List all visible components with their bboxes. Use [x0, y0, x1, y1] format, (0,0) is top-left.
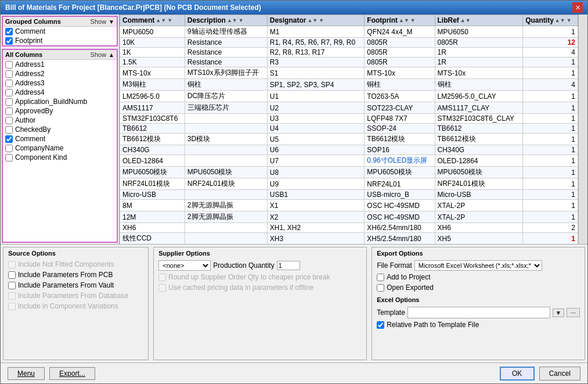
template-dropdown-btn[interactable]: ▼	[553, 308, 564, 317]
table-row[interactable]: 线性CCDXH3XH5/2.54mm/180XH51	[120, 233, 578, 245]
grouped-columns-arrow[interactable]: ▼	[109, 19, 114, 25]
bom-table-panel[interactable]: Comment ▲▼ ▼ Description ▲▼ ▼	[120, 15, 578, 244]
template-row: Template ▼ ···	[377, 307, 580, 318]
sort-footprint[interactable]: ▲▼	[399, 17, 409, 23]
grouped-column-comment-checkbox[interactable]	[5, 28, 13, 35]
all-col-address3-checkbox[interactable]	[5, 80, 13, 87]
grouped-column-footprint-checkbox[interactable]	[5, 37, 13, 45]
use-cached-checkbox[interactable]	[158, 284, 166, 292]
main-content: Grouped Columns Show ▼ Comment Footprint	[1, 15, 587, 244]
sort-quantity[interactable]: ▲▼	[555, 17, 565, 23]
all-col-author[interactable]: Author	[3, 116, 117, 125]
all-col-company-name-checkbox[interactable]	[5, 145, 13, 152]
file-format-select[interactable]: Microsoft Excel Worksheet (*.xls;*.xlsx;…	[414, 260, 542, 271]
add-to-project-row: Add to Project	[377, 273, 580, 281]
filter-description[interactable]: ▼	[239, 17, 244, 23]
all-col-app-build-checkbox[interactable]	[5, 98, 13, 106]
all-col-author-checkbox[interactable]	[5, 117, 13, 124]
include-not-fitted-label: Include Not Fitted Components	[18, 260, 114, 268]
table-row[interactable]: XH6XH1, XH2XH6/2.54mm/180XH62	[120, 223, 578, 233]
include-from-database-checkbox[interactable]	[8, 292, 16, 300]
ok-button-label: OK	[512, 369, 522, 378]
table-row[interactable]: 1KResistanceR2, R8, R13, R170805R1R4	[120, 48, 578, 58]
ok-button[interactable]: OK	[500, 367, 535, 381]
all-col-checked-by-checkbox[interactable]	[5, 126, 13, 134]
filter-footprint[interactable]: ▼	[410, 17, 416, 23]
table-row[interactable]: 8M2脚无源脚晶振X1OSC HC-49SMDXTAL-2P1	[120, 200, 578, 211]
table-row[interactable]: CH340GU6SOP16CH340G1	[120, 145, 578, 155]
export-button[interactable]: Export...	[49, 367, 95, 380]
th-quantity[interactable]: Quantity ▲▼ ▼	[523, 15, 578, 26]
all-col-address2-checkbox[interactable]	[5, 70, 13, 78]
th-description[interactable]: Description ▲▼ ▼	[185, 15, 267, 26]
bottom-area: Source Options Include Not Fitted Compon…	[1, 244, 587, 383]
all-col-component-kind-checkbox[interactable]	[5, 154, 13, 162]
table-row[interactable]: TB6612U4SSOP-24TB66121	[120, 124, 578, 134]
table-row[interactable]: 10KResistanceR1, R4, R5, R6, R7, R9, R00…	[120, 38, 578, 48]
include-in-variations-checkbox[interactable]	[8, 303, 16, 310]
production-qty-input[interactable]	[277, 261, 300, 270]
all-col-address1[interactable]: Address1	[3, 60, 117, 69]
template-dots-btn[interactable]: ···	[567, 308, 580, 317]
include-not-fitted-checkbox[interactable]	[8, 261, 16, 268]
th-libref[interactable]: LibRef ▲▼	[435, 15, 523, 26]
all-columns-arrow[interactable]: ▲	[109, 52, 114, 58]
sort-designator[interactable]: ▲▼	[307, 17, 318, 23]
menu-button-label: Menu	[17, 369, 35, 378]
filter-comment[interactable]: ▼	[167, 17, 172, 23]
include-from-vault-checkbox[interactable]	[8, 282, 16, 289]
production-qty-label: Production Quantity	[213, 261, 274, 270]
sort-description[interactable]: ▲▼	[227, 17, 237, 23]
cancel-button[interactable]: Cancel	[539, 367, 580, 381]
include-in-variations-row: Include in Component Variations	[8, 302, 143, 310]
all-col-comment-checkbox[interactable]	[5, 135, 13, 143]
th-footprint[interactable]: Footprint ▲▼ ▼	[365, 15, 435, 26]
grouped-column-comment[interactable]: Comment	[3, 27, 117, 36]
sort-comment[interactable]: ▲▼	[156, 17, 166, 23]
all-col-app-build[interactable]: Application_BuildNumb	[3, 97, 117, 106]
table-row[interactable]: MPU60509轴运动处理传感器M1QFN24 4x4_MMPU60501	[120, 26, 578, 38]
filter-designator[interactable]: ▼	[319, 17, 324, 23]
table-row[interactable]: STM32F103C8T6U3LQFP48 7X7STM32F103C8T6_C…	[120, 114, 578, 124]
table-row[interactable]: 12M2脚无源脚晶振X2OSC HC-49SMDXTAL-2P1	[120, 211, 578, 223]
all-col-address2[interactable]: Address2	[3, 69, 117, 78]
table-row[interactable]: AMS1117三端稳压芯片U2SOT223-CLAYAMS1117_CLAY1	[120, 102, 578, 114]
include-from-pcb-checkbox[interactable]	[8, 271, 16, 279]
table-row[interactable]: LM2596-5.0DC降压芯片U1TO263-5ALM2596-5.0_CLA…	[120, 91, 578, 102]
table-row[interactable]: M3铜柱铜柱SP1, SP2, SP3, SP4铜柱铜柱4	[120, 79, 578, 91]
template-input[interactable]	[407, 307, 550, 318]
all-col-company-name[interactable]: CompanyName	[3, 143, 117, 153]
open-exported-checkbox[interactable]	[377, 284, 384, 292]
th-comment[interactable]: Comment ▲▼ ▼	[120, 15, 185, 26]
th-designator[interactable]: Designator ▲▼ ▼	[267, 15, 365, 26]
all-col-address3[interactable]: Address3	[3, 78, 117, 88]
all-col-checked-by[interactable]: CheckedBy	[3, 125, 117, 134]
supplier-select[interactable]: <none>	[158, 260, 211, 271]
bom-table: Comment ▲▼ ▼ Description ▲▼ ▼	[120, 15, 578, 244]
all-col-approved-by[interactable]: ApprovedBy	[3, 106, 117, 116]
include-from-pcb-label: Include Parameters From PCB	[18, 271, 113, 279]
all-col-address1-checkbox[interactable]	[5, 61, 13, 69]
sort-libref[interactable]: ▲▼	[460, 17, 471, 23]
table-row[interactable]: Micro-USBUSB1USB-micro_BMicro-USB1	[120, 190, 578, 200]
table-row[interactable]: MPU6050模块MPU6050模块U8MPU6050模块MPU6050模块1	[120, 167, 578, 178]
all-col-address4[interactable]: Address4	[3, 88, 117, 97]
grouped-column-footprint[interactable]: Footprint	[3, 36, 117, 45]
relative-path-checkbox[interactable]	[377, 321, 384, 329]
table-row[interactable]: 1.5KResistanceR30805R1R1	[120, 58, 578, 67]
table-row[interactable]: OLED-12864U70.96寸OLED显示屏OLED-128641	[120, 155, 578, 167]
close-button[interactable]: ✕	[572, 2, 583, 13]
table-row[interactable]: MTS-10xMTS10x系列3脚扭子开S1MTS-10xMTS-10x1	[120, 67, 578, 79]
add-to-project-checkbox[interactable]	[377, 274, 384, 281]
all-col-address4-checkbox[interactable]	[5, 89, 13, 96]
all-col-component-kind[interactable]: Component Kind	[3, 153, 117, 162]
filter-quantity[interactable]: ▼	[567, 17, 572, 23]
round-up-checkbox[interactable]	[158, 274, 166, 281]
menu-button[interactable]: Menu	[8, 367, 45, 380]
all-columns-list: Address1 Address2 Address3 Address4	[3, 60, 117, 162]
right-scrollbar[interactable]	[578, 15, 587, 244]
table-row[interactable]: NRF24L01模块NRF24L01模块U9NRF24L01NRF24L01模块…	[120, 178, 578, 190]
all-col-approved-by-checkbox[interactable]	[5, 107, 13, 115]
all-col-comment[interactable]: Comment	[3, 134, 117, 143]
table-row[interactable]: TB6612模块3D模块U5TB6612模块TB6612模块1	[120, 134, 578, 145]
